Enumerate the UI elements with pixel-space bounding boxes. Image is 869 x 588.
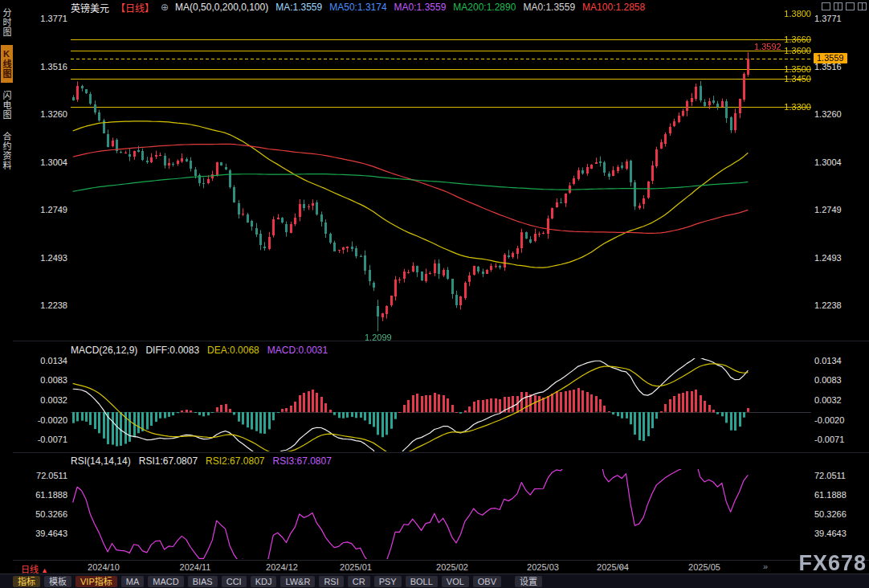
macd-axis-label-right: 0.0032 (814, 395, 867, 405)
panel-separator (13, 560, 869, 561)
ma-params-label: MA(0,50,0,200,0,100) (175, 2, 268, 13)
rsi-axis-label-left: 39.4643 (13, 529, 67, 538)
sidebar-item-timeshare[interactable]: 分时图 (1, 4, 13, 41)
scroll-right-icon[interactable]: » (763, 561, 768, 571)
x-axis-month-label: 2024/10 (84, 562, 123, 572)
price-axis-label-right: 1.3771 (814, 14, 867, 23)
rsi-title: RSI(14,14,14)RSI1:67.0807RSI2:67.0807RSI… (71, 455, 332, 467)
level-price-label: 1.3300 (784, 102, 811, 112)
rsi-title-part: RSI1:67.0807 (139, 455, 198, 467)
layout-quad-icon[interactable] (858, 2, 867, 10)
ma-value-label: MA200:1.2890 (453, 2, 516, 13)
price-axis-label-left: 1.3771 (13, 14, 67, 23)
level-price-label: 1.3800 (784, 9, 811, 18)
x-axis-month-label: 2025/04 (594, 562, 632, 572)
chart-header-legend: 英镑美元 【日线】 ⊕ MA(0,50,0,200,0,100)MA:1.355… (71, 2, 645, 13)
trading-app-window: 分时图K线图闪电图合约资料 英镑美元 【日线】 ⊕ MA(0,50,0,200,… (0, 0, 869, 588)
level-price-label: 1.3600 (784, 46, 811, 55)
day-high-label: 1.3592 (754, 42, 781, 51)
macd-panel-canvas[interactable] (71, 358, 811, 451)
macd-title-part: DEA:0.0068 (207, 345, 259, 356)
ma-value-label: MA100:1.2858 (582, 2, 645, 13)
toolbar-button-macd[interactable]: MACD (148, 576, 183, 587)
macd-axis-label-right: -0.0071 (814, 435, 867, 444)
x-axis-month-label: 2025/03 (524, 562, 562, 572)
rsi-axis-label-left: 50.3266 (13, 509, 67, 519)
panel-separator (13, 341, 869, 341)
toolbar-button-cci[interactable]: CCI (222, 576, 247, 587)
rsi-axis-label-right: 39.4643 (814, 529, 867, 538)
macd-axis-label-left: 0.0134 (13, 356, 67, 365)
toolbar-button-templates[interactable]: 模板 (44, 576, 71, 587)
x-axis-month-label: 2025/01 (337, 562, 375, 572)
x-axis-month-label: 2024/12 (263, 562, 301, 572)
price-axis-label-right: 1.2238 (814, 300, 867, 310)
period-selector-arrow-icon: ▲ (41, 566, 48, 574)
sidebar-item-kline[interactable]: K线图 (1, 45, 13, 83)
period-selector-label: 日线 (21, 565, 39, 574)
ma-value-label: MA50:1.3174 (329, 2, 386, 13)
toolbar-button-ma[interactable]: MA (121, 576, 145, 587)
toolbar-button-kdj[interactable]: KDJ (251, 576, 277, 587)
layout-single-icon[interactable] (822, 2, 830, 10)
macd-title-part: DIFF:0.0083 (145, 345, 199, 356)
toolbar-button-lwr[interactable]: LW&R (280, 576, 315, 587)
level-price-label: 1.3660 (784, 35, 811, 44)
layout-hsplit-icon[interactable] (846, 2, 855, 10)
price-axis-label-left: 1.3516 (13, 62, 67, 71)
rsi-title-part: RSI2:67.0807 (206, 455, 264, 467)
toolbar-button-vip-indicators[interactable]: VIP指标 (75, 576, 117, 587)
rsi-title-part: RSI(14,14,14) (71, 455, 131, 467)
toolbar-button-psy[interactable]: PSY (374, 576, 402, 587)
ma-value-label: MA0:1.3559 (523, 2, 575, 13)
toolbar-button-cr[interactable]: CR (348, 576, 370, 587)
macd-axis-label-right: 0.0134 (814, 356, 867, 365)
toolbar-button-boll[interactable]: BOLL (406, 576, 438, 587)
window-layout-icons (822, 2, 867, 10)
price-axis-label-left: 1.2238 (13, 300, 67, 310)
x-axis-month-label: 2025/02 (433, 562, 471, 572)
panel-separator (13, 452, 869, 453)
macd-axis-label-left: -0.0071 (13, 435, 67, 444)
price-axis-label-right: 1.2749 (814, 205, 867, 214)
toolbar-button-vol[interactable]: VOL (442, 576, 469, 587)
rsi-axis-label-left: 61.1888 (13, 490, 67, 500)
price-axis-label-left: 1.3260 (13, 109, 67, 119)
macd-title: MACD(26,12,9)DIFF:0.0083DEA:0.0068MACD:0… (71, 345, 328, 356)
ma-value-label: MA:1.3559 (275, 2, 322, 13)
zoom-plus-icon[interactable]: ⊕ (161, 2, 169, 13)
sidebar-item-flash[interactable]: 闪电图 (1, 87, 13, 124)
price-axis-label-right: 1.3260 (814, 109, 867, 119)
price-chart-canvas[interactable] (71, 16, 811, 336)
layout-vsplit-icon[interactable] (834, 2, 842, 10)
toolbar-button-settings[interactable]: 设置 (515, 576, 542, 587)
x-axis-month-label: 2024/11 (176, 562, 214, 572)
macd-axis-label-left: 0.0032 (13, 395, 67, 405)
toolbar-button-rsi[interactable]: RSI (319, 576, 343, 587)
rsi-title-part: RSI3:67.0807 (273, 455, 332, 467)
price-axis-label-right: 1.2493 (814, 253, 867, 263)
price-axis-label-left: 1.3004 (13, 157, 67, 167)
period-selector[interactable]: 日线 ▲ (21, 562, 48, 575)
rsi-panel-canvas[interactable] (71, 469, 811, 559)
current-price-tag: 1.3559 (814, 53, 847, 63)
macd-title-part: MACD:0.0031 (267, 345, 328, 356)
macd-axis-label-left: -0.0020 (13, 415, 67, 425)
price-axis-label-left: 1.2749 (13, 205, 67, 214)
rsi-axis-label-left: 72.0511 (13, 471, 67, 480)
level-price-label: 1.3500 (784, 64, 811, 74)
sidebar-item-contract-info[interactable]: 合约资料 (1, 128, 13, 174)
toolbar-button-obv[interactable]: OBV (473, 576, 501, 587)
macd-axis-label-right: 0.0083 (814, 375, 867, 385)
symbol-name: 英镑美元 (71, 1, 109, 14)
toolbar-button-bias[interactable]: BIAS (188, 576, 218, 587)
chart-area: 英镑美元 【日线】 ⊕ MA(0,50,0,200,0,100)MA:1.355… (13, 0, 869, 574)
level-price-label: 1.3450 (784, 74, 811, 84)
macd-axis-label-left: 0.0083 (13, 375, 67, 385)
timeframe-label: 【日线】 (116, 1, 154, 14)
price-axis-label-left: 1.2493 (13, 253, 67, 263)
rsi-axis-label-right: 72.0511 (814, 471, 867, 480)
rsi-axis-label-right: 50.3266 (814, 509, 867, 519)
toolbar-button-indicators[interactable]: 指标 (13, 576, 40, 587)
x-axis-month-label: 2025/05 (685, 562, 724, 572)
